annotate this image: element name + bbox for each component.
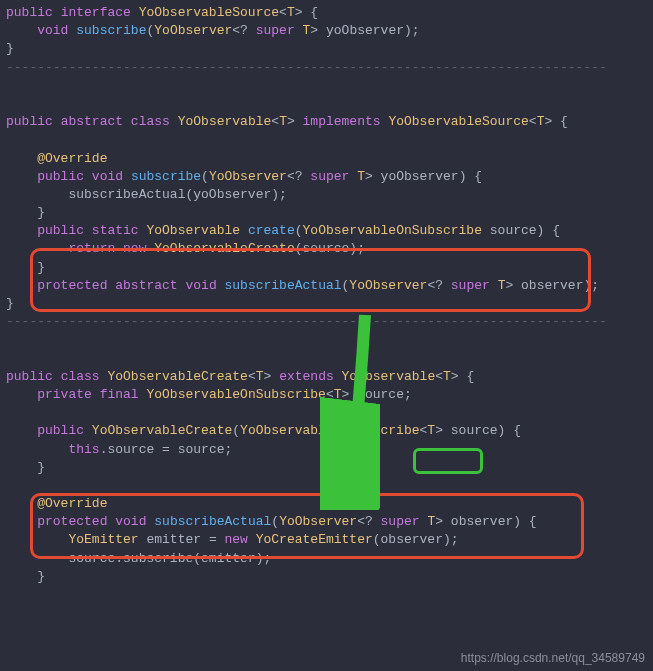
separator: ----------------------------------------… xyxy=(6,314,607,329)
code-block: public interface YoObservableSource<T> {… xyxy=(0,0,653,590)
watermark: https://blog.csdn.net/qq_34589749 xyxy=(461,650,645,667)
separator: ----------------------------------------… xyxy=(6,60,607,75)
